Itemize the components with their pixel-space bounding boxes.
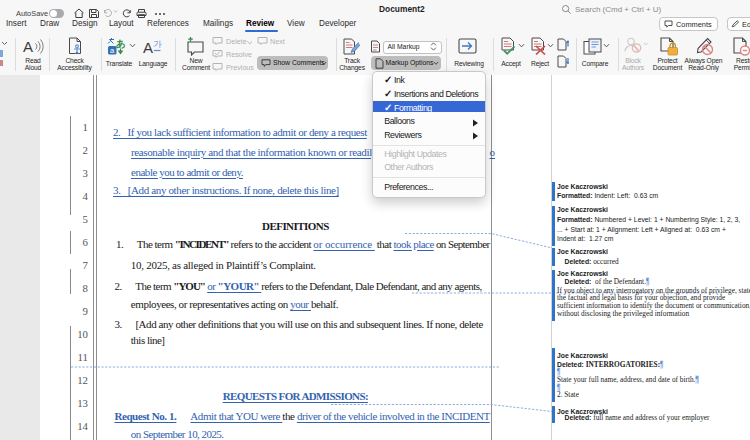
svg-text:あ: あ [116,38,126,48]
svg-text:Next: Next [270,37,285,46]
svg-text:Previous: Previous [226,63,254,72]
svg-text:Delete: Delete [226,37,247,46]
svg-text:A: A [23,38,33,55]
svg-text:A: A [143,38,153,55]
svg-text:Resolve: Resolve [226,50,252,59]
svg-text:가: 가 [153,39,162,49]
